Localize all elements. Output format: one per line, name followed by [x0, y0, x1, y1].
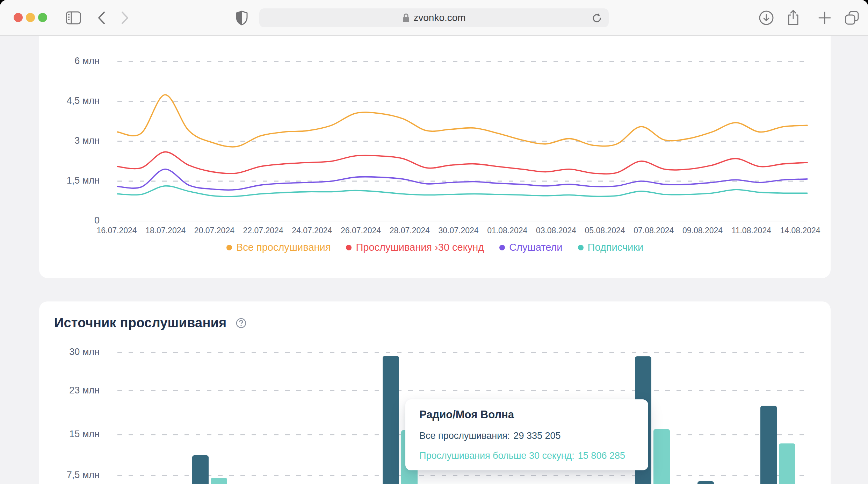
sidebar-icon — [65, 11, 81, 25]
bar-dark[interactable] — [760, 406, 777, 484]
download-icon — [759, 10, 774, 26]
x-axis-tick: 05.08.2024 — [580, 226, 629, 235]
chevron-left-icon — [97, 11, 106, 25]
legend-label: Все прослушивания — [236, 242, 331, 253]
reload-button[interactable] — [590, 12, 604, 24]
legend-dot-icon — [499, 245, 505, 250]
line-series — [117, 169, 807, 190]
minimize-window-button[interactable] — [26, 13, 35, 22]
bar-tooltip: Радио/Моя Волна Все прослушивания:29 335… — [405, 399, 648, 470]
lock-icon — [402, 13, 410, 23]
sidebar-toggle-button[interactable] — [65, 0, 82, 35]
x-axis-tick: 07.08.2024 — [629, 226, 678, 235]
share-button[interactable] — [785, 0, 802, 35]
forward-button[interactable] — [117, 0, 133, 35]
x-axis-tick: 01.08.2024 — [483, 226, 532, 235]
tooltip-all-label: Все прослушивания: — [419, 430, 510, 441]
browser-toolbar: zvonko.com — [0, 0, 868, 36]
y-axis-tick: 30 млн — [39, 347, 100, 357]
tooltip-all-listens: Все прослушивания:29 335 205 — [419, 430, 634, 441]
x-axis-tick: 22.07.2024 — [239, 226, 288, 235]
back-button[interactable] — [94, 0, 109, 35]
x-axis-tick: 18.07.2024 — [141, 226, 190, 235]
line-series — [117, 95, 807, 147]
bar-dark[interactable] — [192, 455, 209, 484]
x-axis-tick: 24.07.2024 — [288, 226, 337, 235]
y-axis-tick: 7,5 млн — [39, 470, 100, 481]
plus-icon — [818, 12, 831, 24]
bar-dark[interactable] — [697, 481, 714, 484]
address-text: zvonko.com — [413, 12, 465, 23]
reload-icon — [592, 13, 602, 23]
legend-label: Слушатели — [509, 242, 562, 253]
y-axis-tick: 1,5 млн — [39, 175, 100, 186]
x-axis-tick: 28.07.2024 — [385, 226, 434, 235]
line-series — [117, 152, 807, 174]
chevron-right-icon — [121, 11, 130, 25]
downloads-button[interactable] — [758, 0, 775, 35]
legend-item[interactable]: Все прослушивания — [226, 242, 331, 253]
address-bar[interactable]: zvonko.com — [259, 8, 609, 27]
tooltip-over30-label: Прослушивания больше 30 секунд: — [419, 450, 574, 461]
chart-legend: Все прослушиванияПрослушивания ›30 секун… — [39, 242, 831, 253]
bar-light[interactable] — [211, 478, 227, 484]
bar-dark[interactable] — [383, 356, 399, 484]
x-axis-tick: 03.08.2024 — [531, 226, 580, 235]
tooltip-over30-listens: Прослушивания больше 30 секунд:15 806 28… — [419, 450, 634, 461]
x-axis-tick: 30.07.2024 — [434, 226, 483, 235]
tab-overview-button[interactable] — [843, 0, 861, 35]
listens-chart-card: 6 млн4,5 млн3 млн1,5 млн0 16.07.202418.0… — [39, 36, 831, 278]
x-axis-tick: 09.08.2024 — [678, 226, 727, 235]
legend-label: Подписчики — [588, 242, 644, 253]
y-axis-tick: 6 млн — [39, 56, 100, 66]
bar-light[interactable] — [653, 429, 670, 484]
legend-item[interactable]: Слушатели — [499, 242, 562, 253]
x-axis-tick: 20.07.2024 — [190, 226, 239, 235]
y-axis-tick: 3 млн — [39, 135, 100, 146]
line-series — [117, 186, 807, 197]
x-axis-tick: 26.07.2024 — [337, 226, 385, 235]
zoom-window-button[interactable] — [38, 13, 47, 22]
x-axis-tick: 16.07.2024 — [92, 226, 141, 235]
legend-item[interactable]: Прослушивания ›30 секунд — [346, 242, 484, 253]
share-icon — [786, 9, 800, 26]
legend-item[interactable]: Подписчики — [578, 242, 644, 253]
legend-dot-icon — [578, 245, 584, 250]
y-axis-tick: 4,5 млн — [39, 95, 100, 106]
privacy-report-button[interactable] — [233, 0, 250, 35]
tab-overview-icon — [844, 10, 860, 26]
window-controls — [14, 13, 47, 22]
bar-light[interactable] — [779, 443, 795, 484]
y-axis-tick: 0 — [39, 215, 100, 226]
legend-dot-icon — [346, 245, 352, 250]
x-axis-tick: 14.08.2024 — [776, 226, 825, 235]
tooltip-all-value: 29 335 205 — [513, 430, 560, 441]
new-tab-button[interactable] — [816, 0, 833, 35]
shield-icon — [236, 10, 248, 26]
safari-window: zvonko.com — [0, 0, 868, 484]
legend-dot-icon — [226, 245, 232, 250]
y-axis-tick: 23 млн — [39, 385, 100, 396]
y-axis-tick: 15 млн — [39, 429, 100, 440]
legend-label: Прослушивания ›30 секунд — [356, 242, 484, 253]
sources-chart-card: Источник прослушивания 30 млн23 млн15 мл… — [39, 301, 831, 484]
tooltip-over30-value: 15 806 285 — [578, 450, 625, 461]
close-window-button[interactable] — [14, 13, 23, 22]
tooltip-title: Радио/Моя Волна — [419, 408, 634, 421]
x-axis-tick: 11.08.2024 — [727, 226, 776, 235]
